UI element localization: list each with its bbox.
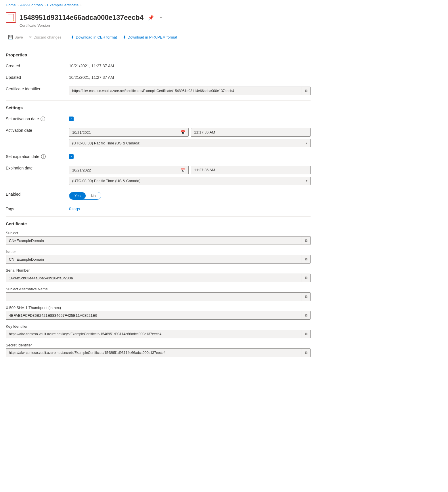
thumbprint-copy-button[interactable]: ⧉ <box>302 311 310 319</box>
discard-changes-button[interactable]: ✕ Discard changes <box>26 34 64 41</box>
key-id-copy-button[interactable]: ⧉ <box>302 330 310 338</box>
set-activation-date-label: Set activation date i <box>6 115 69 121</box>
activation-timezone-select[interactable]: (UTC-08:00) Pacific Time (US & Canada) ▾ <box>69 139 311 147</box>
activation-date-checkbox[interactable] <box>69 117 74 121</box>
issuer-field: ⧉ <box>6 255 311 264</box>
expiration-timezone-text: (UTC-08:00) Pacific Time (US & Canada) <box>72 179 306 183</box>
more-options-button[interactable]: ··· <box>157 14 163 21</box>
set-activation-date-value <box>69 115 311 121</box>
serial-label: Serial Number <box>6 268 311 272</box>
serial-input[interactable] <box>6 274 302 282</box>
expiration-date-info-icon[interactable]: i <box>41 154 46 159</box>
thumbprint-label: X.509 SHA-1 Thumbprint (in hex) <box>6 306 311 310</box>
secret-id-field: ⧉ <box>6 348 311 357</box>
settings-section-title: Settings <box>6 105 311 110</box>
expiration-dropdown-icon: ▾ <box>306 179 307 182</box>
toolbar: 💾 Save ✕ Discard changes ⬇ Download in C… <box>0 31 448 43</box>
cert-id-value: ⧉ <box>69 85 311 95</box>
save-button[interactable]: 💾 Save <box>6 34 25 41</box>
san-field: ⧉ <box>6 292 311 301</box>
tags-row: Tags 0 tags <box>6 205 311 211</box>
secret-id-label: Secret Identifier <box>6 343 311 347</box>
activation-date-input[interactable]: 10/21/2021 📅 <box>69 128 189 137</box>
enabled-label: Enabled <box>6 190 69 197</box>
updated-value: 10/21/2021, 11:27:37 AM <box>69 73 311 80</box>
save-icon: 💾 <box>8 35 13 39</box>
chevron-icon-3: › <box>80 3 81 7</box>
tags-value: 0 tags <box>69 205 311 211</box>
page-header: 1548951d93114e66adca000e137eecb4 📌 ··· C… <box>0 10 448 31</box>
pin-button[interactable]: 📌 <box>147 14 155 22</box>
subject-copy-button[interactable]: ⧉ <box>302 237 310 245</box>
created-row: Created 10/21/2021, 11:27:37 AM <box>6 62 311 68</box>
activation-date-row: Activation date 10/21/2021 📅 11:17:36 AM… <box>6 126 311 147</box>
activation-time-text: 11:17:36 AM <box>194 130 215 134</box>
activation-timezone-text: (UTC-08:00) Pacific Time (US & Canada) <box>72 141 306 145</box>
download-cer-button[interactable]: ⬇ Download in CER format <box>68 34 119 41</box>
set-activation-date-row: Set activation date i <box>6 115 311 121</box>
activation-date-info-icon[interactable]: i <box>41 117 45 121</box>
enabled-value: Yes No <box>69 190 311 200</box>
properties-section-title: Properties <box>6 52 311 57</box>
download-cer-icon: ⬇ <box>71 35 74 39</box>
issuer-input[interactable] <box>6 255 302 263</box>
issuer-copy-button[interactable]: ⧉ <box>302 255 310 263</box>
secret-id-copy-button[interactable]: ⧉ <box>302 349 310 357</box>
san-input[interactable] <box>6 293 302 301</box>
created-value: 10/21/2021, 11:27:37 AM <box>69 62 311 68</box>
enabled-toggle-group: Yes No <box>69 192 101 200</box>
key-id-input[interactable] <box>6 330 302 338</box>
download-pfx-button[interactable]: ⬇ Download in PFX/PEM format <box>120 34 180 41</box>
updated-label: Updated <box>6 73 69 80</box>
secret-id-input[interactable] <box>6 349 302 356</box>
enabled-row: Enabled Yes No <box>6 190 311 200</box>
certificate-section-title: Certificate <box>6 221 311 226</box>
expiration-date-text: 10/21/2022 <box>72 168 178 172</box>
expiration-calendar-icon: 📅 <box>181 168 185 172</box>
expiration-time-input[interactable]: 11:27:36 AM <box>191 166 311 174</box>
header-subtitle: Certificate Version <box>20 23 442 28</box>
updated-row: Updated 10/21/2021, 11:27:37 AM <box>6 73 311 80</box>
enabled-yes-button[interactable]: Yes <box>69 192 86 199</box>
key-id-label: Key Identifier <box>6 324 311 329</box>
breadcrumb-akv[interactable]: AKV-Contoso <box>20 3 43 7</box>
serial-field: ⧉ <box>6 274 311 282</box>
pin-icon: 📌 <box>148 15 154 20</box>
expiration-date-fields: 10/21/2022 📅 11:27:36 AM (UTC-08:00) Pac… <box>69 164 311 185</box>
enabled-no-button[interactable]: No <box>86 192 101 199</box>
breadcrumb-home[interactable]: Home <box>6 3 16 7</box>
expiration-time-text: 11:27:36 AM <box>194 168 215 172</box>
activation-dropdown-icon: ▾ <box>306 142 307 145</box>
issuer-label: Issuer <box>6 249 311 254</box>
created-label: Created <box>6 62 69 68</box>
tags-link[interactable]: 0 tags <box>69 207 80 211</box>
cert-id-copy-button[interactable]: ⧉ <box>302 87 310 95</box>
subject-label: Subject <box>6 231 311 235</box>
san-copy-button[interactable]: ⧉ <box>302 293 310 301</box>
subject-input[interactable] <box>6 237 302 245</box>
cert-id-input[interactable] <box>69 87 302 95</box>
expiration-date-input[interactable]: 10/21/2022 📅 <box>69 166 189 174</box>
set-expiration-date-value <box>69 152 311 159</box>
expiration-date-checkbox[interactable] <box>69 154 74 159</box>
toolbar-divider <box>66 34 66 41</box>
thumbprint-input[interactable] <box>6 312 302 319</box>
expiration-date-field-label: Expiration date <box>6 164 69 170</box>
ellipsis-icon: ··· <box>158 15 162 20</box>
breadcrumb: Home › AKV-Contoso › ExampleCertificate … <box>0 0 448 10</box>
san-label: Subject Alternative Name <box>6 287 311 291</box>
cert-id-label: Certificate Identifier <box>6 85 69 91</box>
activation-date-fields: 10/21/2021 📅 11:17:36 AM (UTC-08:00) Pac… <box>69 126 311 147</box>
activation-time-input[interactable]: 11:17:36 AM <box>191 128 311 137</box>
properties-divider <box>6 100 311 101</box>
activation-date-text: 10/21/2021 <box>72 130 178 135</box>
serial-copy-button[interactable]: ⧉ <box>302 274 310 282</box>
thumbprint-field: ⧉ <box>6 311 311 320</box>
cert-id-row: Certificate Identifier ⧉ <box>6 85 311 95</box>
expiration-timezone-select[interactable]: (UTC-08:00) Pacific Time (US & Canada) ▾ <box>69 177 311 185</box>
download-pfx-icon: ⬇ <box>123 35 126 39</box>
main-content: Properties Created 10/21/2021, 11:27:37 … <box>0 43 316 369</box>
breadcrumb-cert[interactable]: ExampleCertificate <box>47 3 79 7</box>
settings-divider <box>6 216 311 217</box>
subject-field: ⧉ <box>6 236 311 245</box>
